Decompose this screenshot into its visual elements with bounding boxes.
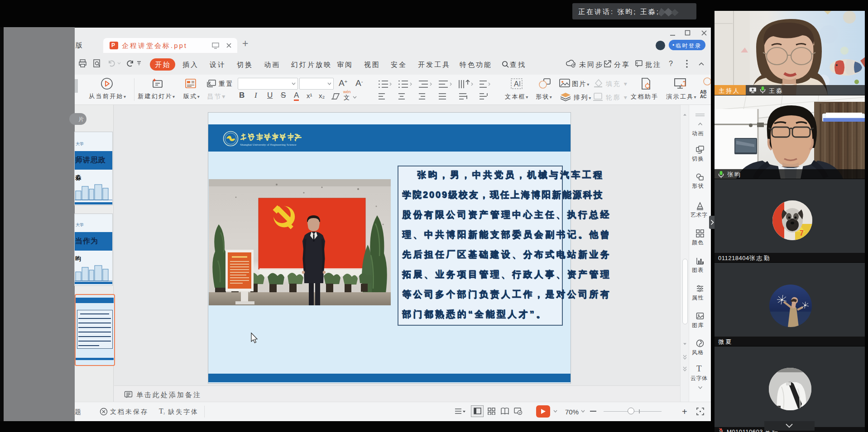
svg-text:Shanghai University of Enginee: Shanghai University of Engineering Scien… <box>240 143 296 146</box>
svg-text:A: A <box>514 80 519 88</box>
svg-text:7: 7 <box>800 229 804 237</box>
